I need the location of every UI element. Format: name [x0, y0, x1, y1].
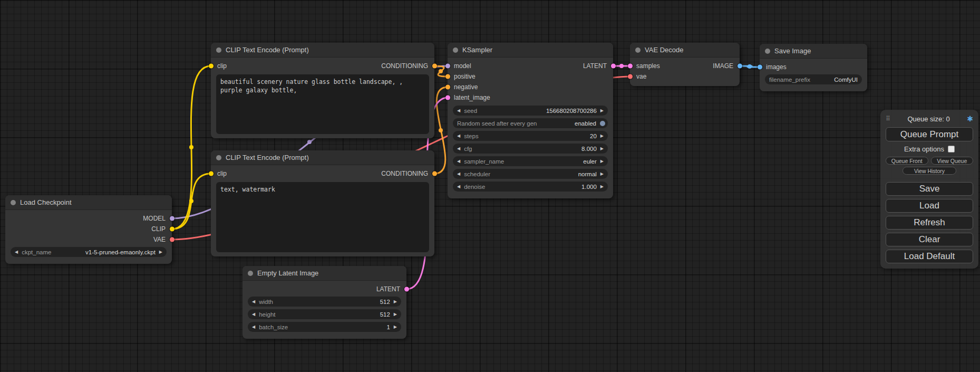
prompt-textarea[interactable]: text, watermark — [216, 182, 429, 252]
port-row: VAE — [5, 234, 172, 245]
widget-scheduler[interactable]: ◀ scheduler normal ▶ — [453, 169, 608, 179]
decrement-arrow-icon[interactable]: ◀ — [457, 185, 460, 189]
widget-batch-size[interactable]: ◀ batch_size 1 ▶ — [248, 322, 401, 332]
port-latent-output[interactable] — [404, 287, 409, 292]
port-vae-input[interactable] — [628, 74, 633, 79]
queue-panel: ⠿ Queue size: 0 ✱ Queue Prompt Extra opt… — [880, 110, 978, 269]
port-images-input[interactable] — [758, 65, 762, 70]
port-label: IMAGE — [713, 62, 733, 70]
node-title: Load Checkpoint — [20, 198, 72, 206]
node-titlebar[interactable]: VAE Decode — [630, 43, 740, 58]
increment-arrow-icon[interactable]: ▶ — [394, 325, 397, 329]
widget-filename-prefix[interactable]: filename_prefix ComfyUI — [765, 74, 862, 84]
decrement-arrow-icon[interactable]: ◀ — [457, 147, 460, 151]
collapse-dot-icon[interactable] — [11, 200, 16, 205]
refresh-button[interactable]: Refresh — [886, 216, 973, 230]
node-empty-latent-image[interactable]: Empty Latent Image LATENT ◀ width 512 ▶ … — [242, 266, 406, 339]
drag-handle-icon[interactable]: ⠿ — [886, 115, 890, 122]
widget-value: v1-5-pruned-emaonly.ckpt — [85, 249, 156, 255]
view-queue-button[interactable]: View Queue — [931, 157, 974, 165]
port-conditioning-output[interactable] — [432, 171, 437, 176]
queue-prompt-button[interactable]: Queue Prompt — [886, 127, 973, 141]
widget-cfg[interactable]: ◀ cfg 8.000 ▶ — [453, 144, 608, 154]
load-default-button[interactable]: Load Default — [886, 250, 973, 263]
widget-seed[interactable]: ◀ seed 156680208700286 ▶ — [453, 106, 608, 116]
collapse-dot-icon[interactable] — [216, 155, 221, 160]
port-negative-input[interactable] — [445, 85, 450, 90]
decrement-arrow-icon[interactable]: ◀ — [457, 159, 460, 164]
port-vae-output[interactable] — [170, 237, 174, 242]
node-titlebar[interactable]: CLIP Text Encode (Prompt) — [211, 150, 434, 165]
node-load-checkpoint[interactable]: Load Checkpoint MODEL CLIP VAE ◀ ckpt_na… — [5, 195, 172, 264]
save-button[interactable]: Save — [886, 182, 973, 196]
toggle-dot-icon[interactable] — [600, 121, 605, 126]
widget-denoise[interactable]: ◀ denoise 1.000 ▶ — [453, 182, 608, 192]
load-button[interactable]: Load — [886, 199, 973, 213]
port-clip-output[interactable] — [170, 227, 174, 232]
node-titlebar[interactable]: KSampler — [448, 43, 613, 58]
port-image-output[interactable] — [738, 64, 742, 69]
port-positive-input[interactable] — [445, 74, 450, 79]
collapse-dot-icon[interactable] — [216, 47, 221, 53]
port-row: negative — [448, 82, 613, 92]
port-label: CONDITIONING — [381, 170, 428, 177]
node-titlebar[interactable]: CLIP Text Encode (Prompt) — [211, 43, 434, 58]
increment-arrow-icon[interactable]: ▶ — [159, 250, 162, 254]
node-titlebar[interactable]: Empty Latent Image — [242, 266, 406, 281]
increment-arrow-icon[interactable]: ▶ — [600, 172, 604, 176]
widget-sampler-name[interactable]: ◀ sampler_name euler ▶ — [453, 156, 608, 166]
collapse-dot-icon[interactable] — [248, 271, 253, 276]
widget-height[interactable]: ◀ height 512 ▶ — [248, 309, 401, 319]
increment-arrow-icon[interactable]: ▶ — [394, 300, 397, 304]
queue-front-button[interactable]: Queue Front — [886, 157, 928, 165]
port-conditioning-output[interactable] — [432, 64, 437, 69]
prompt-textarea[interactable]: beautiful scenery nature glass bottle la… — [216, 74, 429, 134]
node-save-image[interactable]: Save Image images filename_prefix ComfyU… — [760, 44, 867, 91]
port-row: latent_image — [448, 92, 613, 103]
widget-label: batch_size — [259, 324, 288, 330]
node-titlebar[interactable]: Save Image — [760, 44, 867, 59]
port-clip-input[interactable] — [209, 171, 214, 176]
node-vae-decode[interactable]: VAE Decode samples IMAGE vae — [630, 43, 740, 86]
port-row: clip CONDITIONING — [211, 168, 434, 179]
node-clip-text-encode-positive[interactable]: CLIP Text Encode (Prompt) clip CONDITION… — [211, 43, 434, 138]
port-latent-output[interactable] — [611, 64, 616, 69]
node-title: Save Image — [774, 47, 811, 55]
port-clip-input[interactable] — [209, 64, 214, 69]
collapse-dot-icon[interactable] — [635, 47, 641, 53]
decrement-arrow-icon[interactable]: ◀ — [252, 312, 255, 317]
decrement-arrow-icon[interactable]: ◀ — [15, 250, 18, 254]
widget-ckpt-name[interactable]: ◀ ckpt_name v1-5-pruned-emaonly.ckpt ▶ — [11, 247, 167, 257]
node-titlebar[interactable]: Load Checkpoint — [5, 195, 172, 210]
increment-arrow-icon[interactable]: ▶ — [600, 109, 604, 113]
node-ksampler[interactable]: KSampler model LATENT positive negative … — [448, 43, 613, 198]
port-samples-input[interactable] — [628, 64, 633, 69]
wire-midpoint-dot — [439, 69, 443, 73]
decrement-arrow-icon[interactable]: ◀ — [457, 109, 460, 113]
increment-arrow-icon[interactable]: ▶ — [600, 159, 604, 164]
increment-arrow-icon[interactable]: ▶ — [394, 312, 397, 317]
port-latent-image-input[interactable] — [445, 96, 450, 100]
widget-value: euler — [583, 158, 597, 165]
decrement-arrow-icon[interactable]: ◀ — [252, 325, 255, 329]
port-model-input[interactable] — [445, 64, 450, 69]
widget-random-seed-toggle[interactable]: Random seed after every gen enabled — [453, 118, 608, 128]
wire-midpoint-dot — [189, 199, 193, 203]
decrement-arrow-icon[interactable]: ◀ — [457, 134, 460, 138]
node-clip-text-encode-negative[interactable]: CLIP Text Encode (Prompt) clip CONDITION… — [211, 150, 434, 256]
clear-button[interactable]: Clear — [886, 233, 973, 246]
port-model-output[interactable] — [170, 216, 174, 221]
widget-width[interactable]: ◀ width 512 ▶ — [248, 297, 401, 307]
collapse-dot-icon[interactable] — [765, 49, 770, 54]
increment-arrow-icon[interactable]: ▶ — [600, 147, 604, 151]
increment-arrow-icon[interactable]: ▶ — [600, 134, 604, 138]
increment-arrow-icon[interactable]: ▶ — [600, 185, 604, 189]
widget-steps[interactable]: ◀ steps 20 ▶ — [453, 131, 608, 141]
extra-options-checkbox[interactable] — [948, 146, 955, 152]
extra-options-label: Extra options — [904, 145, 944, 153]
settings-icon[interactable]: ✱ — [967, 115, 973, 123]
decrement-arrow-icon[interactable]: ◀ — [252, 300, 255, 304]
view-history-button[interactable]: View History — [903, 167, 957, 175]
decrement-arrow-icon[interactable]: ◀ — [457, 172, 460, 176]
collapse-dot-icon[interactable] — [453, 47, 458, 53]
